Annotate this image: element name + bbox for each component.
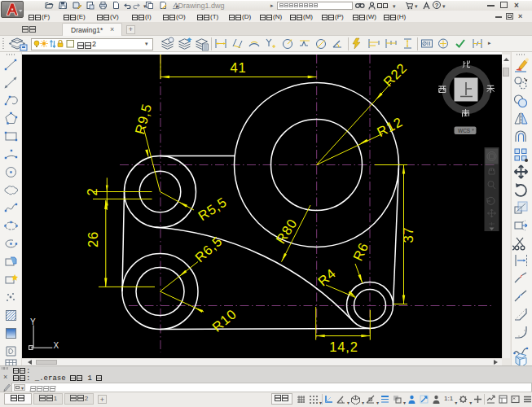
svg-text:2: 2 <box>85 188 99 196</box>
svg-text:WCS: WCS <box>458 128 471 133</box>
svg-text:R4: R4 <box>315 265 339 288</box>
svg-text:R12: R12 <box>375 114 405 139</box>
svg-text:R22: R22 <box>380 60 410 90</box>
svg-text:37: 37 <box>401 227 415 243</box>
svg-text:14,2: 14,2 <box>329 339 358 354</box>
svg-text:41: 41 <box>230 60 246 75</box>
svg-text:R6,5: R6,5 <box>192 234 225 265</box>
svg-text:R9,5: R9,5 <box>132 102 154 135</box>
svg-text:R5,5: R5,5 <box>196 195 230 224</box>
svg-text:R10: R10 <box>209 306 240 335</box>
svg-text:R80: R80 <box>273 216 300 246</box>
svg-text:Y: Y <box>30 317 36 326</box>
svg-text:R6: R6 <box>350 240 372 263</box>
svg-text:26: 26 <box>86 231 100 247</box>
svg-text:X: X <box>54 341 59 350</box>
